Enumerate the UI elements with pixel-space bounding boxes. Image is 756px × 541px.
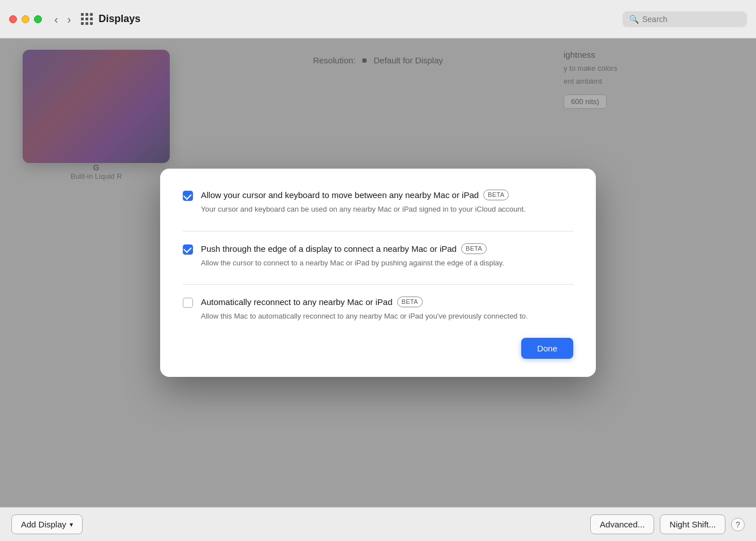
minimize-button[interactable]: [22, 15, 29, 23]
option-title-1: Allow your cursor and keyboard to move b…: [201, 189, 573, 201]
option-row-3: Automatically reconnect to any nearby Ma…: [183, 296, 573, 322]
forward-button[interactable]: ›: [64, 11, 75, 27]
checkbox-wrap-3[interactable]: [183, 298, 193, 308]
title-bar: ‹ › Displays 🔍: [0, 0, 756, 38]
grid-icon: [81, 13, 93, 25]
beta-badge-2: BETA: [461, 243, 487, 254]
maximize-button[interactable]: [34, 15, 42, 23]
checkbox-wrap-2[interactable]: [183, 244, 193, 255]
checkbox-1[interactable]: [183, 191, 193, 201]
modal-overlay: Allow your cursor and keyboard to move b…: [0, 38, 756, 507]
checkbox-2[interactable]: [183, 244, 193, 255]
option-title-2: Push through the edge of a display to co…: [201, 243, 573, 255]
advanced-button[interactable]: Advanced...: [590, 514, 654, 534]
checkbox-wrap-1[interactable]: [183, 191, 193, 201]
option-row-1: Allow your cursor and keyboard to move b…: [183, 189, 573, 215]
option-row-2: Push through the edge of a display to co…: [183, 243, 573, 269]
beta-badge-3: BETA: [397, 297, 423, 307]
search-icon: 🔍: [629, 15, 639, 24]
divider-2: [183, 284, 573, 285]
option-title-3: Automatically reconnect to any nearby Ma…: [201, 296, 573, 308]
bottom-bar: Add Display ▾ Advanced... Night Shift...…: [0, 507, 756, 541]
add-display-label: Add Display: [21, 519, 66, 529]
main-content: Resolution: Default for Display G Built-…: [0, 38, 756, 507]
page-title: Displays: [98, 13, 622, 25]
done-row: Done: [183, 338, 573, 359]
divider-1: [183, 231, 573, 231]
close-button[interactable]: [9, 15, 17, 23]
option-content-2: Push through the edge of a display to co…: [201, 243, 573, 269]
night-shift-button[interactable]: Night Shift...: [660, 514, 725, 534]
add-display-chevron-icon: ▾: [70, 521, 73, 529]
search-input[interactable]: [642, 15, 740, 24]
done-button[interactable]: Done: [521, 338, 573, 359]
modal-dialog: Allow your cursor and keyboard to move b…: [160, 169, 596, 377]
bottom-right-actions: Advanced... Night Shift... ?: [590, 514, 745, 534]
beta-badge-1: BETA: [483, 190, 509, 200]
option-content-3: Automatically reconnect to any nearby Ma…: [201, 296, 573, 322]
search-bar[interactable]: 🔍: [622, 11, 747, 27]
add-display-button[interactable]: Add Display ▾: [11, 514, 83, 534]
nav-buttons: ‹ ›: [51, 11, 74, 27]
checkbox-3[interactable]: [183, 298, 193, 308]
traffic-lights: [9, 15, 42, 23]
option-desc-2: Allow the cursor to connect to a nearby …: [201, 257, 573, 269]
help-button[interactable]: ?: [731, 518, 745, 531]
option-desc-3: Allow this Mac to automatically reconnec…: [201, 311, 573, 322]
option-content-1: Allow your cursor and keyboard to move b…: [201, 189, 573, 215]
back-button[interactable]: ‹: [51, 11, 62, 27]
option-desc-1: Your cursor and keyboard can be used on …: [201, 204, 573, 215]
